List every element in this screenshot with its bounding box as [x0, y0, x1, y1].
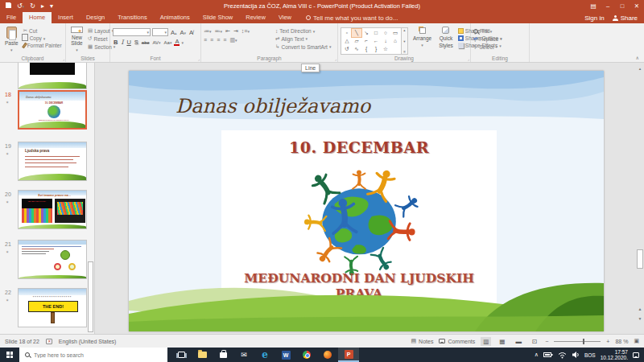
increase-font-button[interactable]: A▴ — [170, 29, 178, 36]
task-view-button[interactable] — [171, 348, 192, 362]
convert-smartart-button[interactable]: ↳Convert to SmartArt▾ — [275, 43, 331, 50]
cut-button[interactable]: ✂Cut — [23, 27, 62, 34]
collapse-ribbon-button[interactable]: ∧ — [636, 55, 639, 60]
font-color-button[interactable]: A — [174, 39, 180, 46]
thumbnail-scrollbar[interactable] — [88, 261, 93, 332]
zoom-out-button[interactable]: − — [545, 339, 548, 344]
animation-star-icon[interactable]: ✶ — [6, 249, 9, 254]
fit-to-window-button[interactable]: ▣ — [634, 338, 639, 344]
slide-title-text[interactable]: Danas obilježavamo — [175, 95, 370, 117]
tab-insert[interactable]: Insert — [52, 12, 80, 23]
character-spacing-button[interactable]: AV▾ — [152, 40, 162, 45]
zoom-slider[interactable] — [554, 341, 601, 342]
align-right-button[interactable]: ≡ — [217, 37, 220, 43]
drawing-dialog-launcher[interactable]: ⌟ — [468, 56, 469, 61]
animation-star-icon[interactable]: ✶ — [6, 298, 9, 302]
tray-expand-chevron[interactable]: ∧ — [535, 352, 539, 358]
battery-icon[interactable] — [543, 351, 553, 359]
strikethrough-button[interactable]: abc — [141, 40, 151, 45]
thumbnail-slide-22[interactable]: ******************* THE END! — [18, 288, 87, 327]
tell-me-box[interactable]: Tell me what you want to do... — [306, 12, 398, 23]
animation-star-icon[interactable]: ✶ — [6, 151, 9, 156]
mail-button[interactable]: ✉ — [233, 348, 254, 362]
text-direction-button[interactable]: ↕Text Direction▾ — [275, 28, 331, 34]
tab-home[interactable]: Home — [23, 12, 52, 23]
edge-button[interactable]: e — [254, 348, 275, 362]
numbering-button[interactable]: ≕▾ — [215, 28, 223, 35]
shapes-gallery-scroll[interactable]: ▴▾≡ — [402, 27, 408, 55]
start-button[interactable] — [0, 348, 19, 362]
powerpoint-taskbar-button[interactable]: P — [338, 348, 359, 362]
close-button[interactable]: ✕ — [630, 0, 644, 12]
slide-indicator[interactable]: Slide 18 of 22 — [5, 339, 39, 344]
tab-review[interactable]: Review — [239, 12, 272, 23]
paste-button[interactable]: Paste▾ — [2, 26, 21, 54]
font-name-select[interactable]: ▾ — [113, 28, 151, 36]
quick-styles-button[interactable]: QuickStyles — [436, 26, 456, 54]
tab-slideshow[interactable]: Slide Show — [196, 12, 240, 23]
vertical-scrollbar[interactable] — [637, 249, 643, 269]
comments-button[interactable]: Comments — [439, 339, 475, 344]
speaker-icon[interactable] — [572, 351, 580, 359]
ribbon-display-options-button[interactable]: ▤ — [586, 0, 601, 12]
align-center-button[interactable]: ≡ — [210, 37, 213, 43]
proofing-icon[interactable] — [46, 339, 52, 344]
change-case-button[interactable]: Aa▾ — [163, 40, 173, 45]
tab-design[interactable]: Design — [80, 12, 111, 23]
slideshow-view-button[interactable]: ⊡ — [530, 337, 539, 346]
replace-button[interactable]: ⇄Replace▾ — [473, 35, 502, 42]
slide-canvas[interactable]: Danas obilježavamo 10. DECEMBAR — [129, 71, 604, 331]
wifi-icon[interactable] — [558, 352, 567, 359]
font-color-arrow[interactable]: ▾ — [181, 40, 184, 45]
decrease-indent-button[interactable]: ⇤ — [225, 28, 230, 35]
qat-customize-button[interactable]: ▾ — [50, 0, 53, 12]
start-slideshow-button[interactable]: ▸ — [41, 0, 44, 12]
zoom-in-button[interactable]: + — [606, 339, 609, 344]
arrange-button[interactable]: Arrange▾ — [411, 26, 434, 54]
sign-in-button[interactable]: Sign in — [584, 14, 604, 22]
scroll-up-button[interactable]: ▴ — [636, 66, 644, 71]
thumbnail-slide-21[interactable] — [18, 240, 87, 279]
reading-view-button[interactable]: ▬ — [513, 337, 524, 346]
tab-view[interactable]: View — [272, 12, 298, 23]
normal-view-button[interactable]: ▥ — [481, 337, 491, 346]
slide-sorter-button[interactable]: ▦ — [497, 337, 507, 346]
bold-button[interactable]: B — [113, 39, 118, 46]
copy-button[interactable]: Copy▾ — [23, 35, 62, 41]
microsoft-store-button[interactable] — [213, 348, 233, 362]
animation-star-icon[interactable]: ✶ — [6, 200, 9, 204]
clock[interactable]: 17:57 10.12.2020. — [601, 349, 628, 360]
clear-formatting-button[interactable]: A̸ — [188, 29, 194, 36]
shapes-gallery[interactable]: ▫╲↘□○▭ △▱⌐←↓⌂ ↺∿{}☆ — [341, 27, 402, 55]
tab-file[interactable]: File — [0, 12, 23, 23]
notes-button[interactable]: ▤Notes — [411, 338, 433, 344]
save-button[interactable] — [6, 0, 11, 12]
format-painter-button[interactable]: Format Painter — [23, 43, 62, 48]
thumbnail-slide-17[interactable] — [18, 63, 87, 89]
file-explorer-button[interactable] — [192, 348, 213, 362]
maximize-button[interactable]: □ — [615, 0, 630, 12]
undo-button[interactable]: ↺▾ — [17, 0, 24, 13]
tab-animations[interactable]: Animations — [154, 12, 196, 23]
action-center-icon[interactable] — [633, 352, 639, 358]
align-text-button[interactable]: ⇄Align Text▾ — [275, 35, 331, 42]
redo-button[interactable]: ↻ — [30, 0, 35, 12]
line-spacing-button[interactable]: ↕≡▾ — [242, 28, 250, 35]
zoom-level[interactable]: 88 % — [615, 339, 628, 344]
thumbnail-slide-19[interactable]: Ljudska prava — [18, 142, 87, 181]
italic-button[interactable]: I — [120, 39, 124, 46]
share-button[interactable]: Share — [613, 14, 638, 22]
new-slide-button[interactable]: New Slide▾ — [68, 26, 85, 54]
input-language-indicator[interactable]: BOS — [584, 352, 596, 358]
columns-button[interactable]: ▥▾ — [229, 37, 237, 43]
chrome-button[interactable] — [296, 348, 317, 362]
language-indicator[interactable]: English (United States) — [59, 339, 117, 344]
clipboard-dialog-launcher[interactable]: ⌟ — [63, 56, 64, 61]
decrease-font-button[interactable]: A▾ — [180, 29, 188, 36]
word-button[interactable]: W — [275, 348, 296, 362]
search-input[interactable] — [34, 352, 155, 358]
taskbar-search[interactable] — [19, 348, 167, 362]
thumbnail-slide-20[interactable]: Svi imamo pravo na... IMAMO PRAVO NA — [18, 190, 87, 229]
thumbnail-slide-18[interactable]: Danas obilježavamo 10. DECEMBAR MEĐUNARO… — [18, 90, 87, 130]
increase-indent-button[interactable]: ⇥ — [233, 28, 238, 35]
